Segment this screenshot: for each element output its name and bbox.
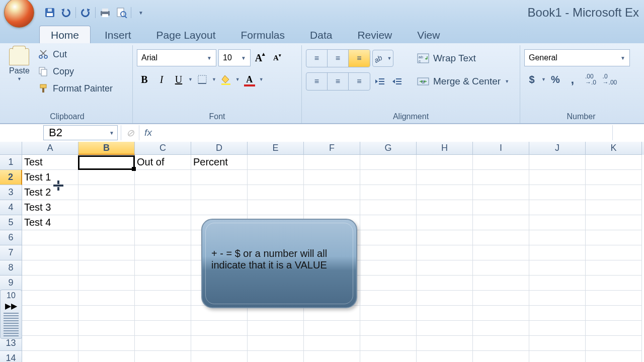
redo-icon[interactable]	[79, 6, 92, 19]
cell[interactable]	[135, 336, 191, 351]
cell[interactable]	[586, 306, 642, 321]
cell[interactable]	[417, 260, 473, 276]
cell[interactable]	[529, 200, 586, 215]
cell[interactable]: Test 1	[22, 170, 78, 185]
cell[interactable]	[135, 260, 191, 276]
cell[interactable]	[586, 276, 642, 291]
cell[interactable]	[586, 215, 642, 230]
cell[interactable]	[473, 185, 529, 200]
cell[interactable]	[417, 170, 473, 185]
cell[interactable]	[135, 321, 191, 336]
cell[interactable]	[586, 321, 642, 336]
cell[interactable]	[586, 245, 642, 260]
cell[interactable]	[586, 170, 642, 185]
row-header[interactable]: 7	[0, 245, 22, 260]
tab-data[interactable]: Data	[299, 26, 343, 43]
font-name-dropdown[interactable]: Arial▼	[137, 49, 216, 66]
cell[interactable]	[586, 155, 642, 170]
cell[interactable]	[248, 155, 304, 170]
cell[interactable]	[417, 321, 473, 336]
cell[interactable]	[304, 155, 360, 170]
cancel-icon[interactable]: ⊘	[121, 125, 139, 140]
cell[interactable]	[529, 306, 586, 321]
cell[interactable]: Test	[22, 155, 78, 170]
column-header[interactable]: C	[135, 142, 191, 155]
cell[interactable]	[191, 185, 248, 200]
cell[interactable]	[22, 245, 78, 260]
cell[interactable]	[22, 291, 78, 306]
align-middle-button[interactable]: ≡	[328, 50, 349, 67]
copy-button[interactable]: Copy	[36, 64, 115, 78]
cell[interactable]	[473, 276, 529, 291]
cell[interactable]: Mark	[78, 155, 135, 170]
print-preview-icon[interactable]	[115, 6, 128, 19]
cell[interactable]	[529, 260, 586, 276]
row-header[interactable]: 8	[0, 260, 22, 276]
cut-button[interactable]: Cut	[36, 47, 115, 61]
cell[interactable]	[529, 185, 586, 200]
cell[interactable]	[22, 321, 78, 336]
column-header[interactable]: E	[248, 142, 304, 155]
row-header[interactable]: 6	[0, 230, 22, 245]
cell[interactable]	[135, 230, 191, 245]
cell[interactable]	[529, 155, 586, 170]
cell[interactable]	[417, 276, 473, 291]
cell[interactable]	[248, 200, 304, 215]
cell[interactable]	[360, 291, 417, 306]
cell[interactable]	[586, 336, 642, 351]
tab-view[interactable]: View	[406, 26, 451, 43]
row-header[interactable]: 14	[0, 351, 22, 362]
tab-review[interactable]: Review	[346, 26, 403, 43]
name-box[interactable]: B2 ▼	[43, 125, 118, 140]
print-icon[interactable]	[99, 6, 112, 19]
cell[interactable]	[417, 336, 473, 351]
column-header[interactable]: F	[304, 142, 360, 155]
cell[interactable]	[417, 200, 473, 215]
cell[interactable]	[473, 260, 529, 276]
cell[interactable]	[78, 185, 135, 200]
cell[interactable]	[360, 260, 417, 276]
select-all-corner[interactable]	[0, 142, 22, 155]
cell[interactable]	[473, 336, 529, 351]
cell[interactable]	[22, 336, 78, 351]
cell[interactable]: Out of	[135, 155, 191, 170]
cell[interactable]	[360, 245, 417, 260]
cell[interactable]	[78, 215, 135, 230]
cell[interactable]	[22, 276, 78, 291]
cell[interactable]	[586, 351, 642, 362]
column-header[interactable]: D	[191, 142, 248, 155]
increase-indent-button[interactable]	[389, 73, 405, 89]
cell[interactable]	[191, 336, 248, 351]
grow-font-button[interactable]: A▴	[253, 50, 268, 66]
cell[interactable]	[529, 170, 586, 185]
cell[interactable]	[78, 336, 135, 351]
decrease-indent-button[interactable]	[372, 73, 387, 89]
align-left-button[interactable]: ≡	[306, 73, 328, 90]
row-header[interactable]: 9	[0, 276, 22, 291]
tab-insert[interactable]: Insert	[94, 26, 142, 43]
row-header[interactable]: 2	[0, 170, 22, 185]
cell[interactable]	[22, 230, 78, 245]
cell[interactable]	[417, 306, 473, 321]
cell[interactable]	[529, 321, 586, 336]
increase-decimal-button[interactable]: .00→.0	[582, 71, 599, 87]
cell[interactable]	[78, 291, 135, 306]
format-painter-button[interactable]: Format Painter	[36, 81, 115, 96]
cell[interactable]	[529, 351, 586, 362]
cell[interactable]	[191, 351, 248, 362]
cell[interactable]	[191, 200, 248, 215]
cell[interactable]	[360, 215, 417, 230]
column-header[interactable]: I	[473, 142, 529, 155]
cell[interactable]	[529, 336, 586, 351]
cell[interactable]	[586, 185, 642, 200]
cell[interactable]	[248, 185, 304, 200]
paste-button[interactable]: Paste ▼	[6, 47, 33, 111]
cell[interactable]	[417, 291, 473, 306]
cell[interactable]	[586, 230, 642, 245]
cell[interactable]	[304, 321, 360, 336]
column-header[interactable]: A	[22, 142, 78, 155]
comma-format-button[interactable]: ,	[565, 71, 580, 87]
cell[interactable]	[586, 260, 642, 276]
cell[interactable]	[417, 351, 473, 362]
cell[interactable]	[473, 200, 529, 215]
